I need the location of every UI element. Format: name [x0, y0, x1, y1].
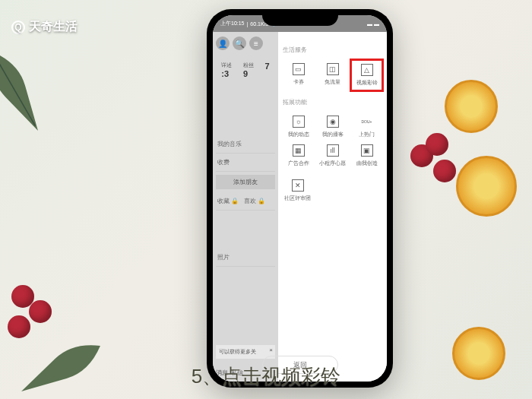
left-panel: 👤 🔍 ≡ 详述:3 粉丝9 7 我的音乐 收费 添加朋友 收藏 🔒 喜欢 🔒 … [213, 32, 278, 382]
menu-item-卡券[interactable]: ▭卡券 [283, 62, 314, 89]
avatar-icon[interactable]: 👤 [216, 36, 230, 50]
right-panel: 生活服务 ▭卡券◫免流量△视频彩铃 拓展功能 ☼我的动态◉我的播客DOU+上热门… [278, 32, 387, 382]
extend-section-title: 拓展功能 [283, 98, 382, 106]
close-icon[interactable]: × [269, 347, 273, 353]
menu-item-由我创造[interactable]: ▣由我创造 [351, 143, 382, 169]
menu-icon: ▭ [293, 63, 305, 75]
menu-icon: ◉ [327, 116, 339, 128]
menu-item-社区评审团[interactable]: ✕社区评审团 [283, 178, 312, 204]
phone-screen: 上午10:15 | 60.1K/s 🕐 ▬ ▬ 👤 🔍 ≡ 详述:3 粉丝9 7… [213, 15, 387, 382]
menu-icon: DOU+ [361, 116, 373, 128]
my-music[interactable]: 我的音乐 [216, 135, 275, 154]
menu-icon: ✕ [292, 179, 304, 192]
menu-icon: ıll [327, 144, 339, 157]
menu-item-我的播客[interactable]: ◉我的播客 [317, 114, 348, 140]
logo-icon: Q [11, 21, 25, 34]
photo-item[interactable]: 照片 [216, 249, 275, 267]
menu-item-视频彩铃[interactable]: △视频彩铃 [350, 59, 384, 92]
add-friend-button[interactable]: 添加朋友 [216, 175, 275, 189]
life-section-title: 生活服务 [283, 46, 382, 54]
menu-icon: ☼ [293, 116, 305, 128]
phone-frame: 上午10:15 | 60.1K/s 🕐 ▬ ▬ 👤 🔍 ≡ 详述:3 粉丝9 7… [207, 9, 393, 388]
menu-item-免流量[interactable]: ◫免流量 [317, 62, 348, 89]
menu-item-小程序心愿[interactable]: ıll小程序心愿 [317, 143, 348, 169]
watermark-logo: Q 天奇生活 [11, 19, 78, 35]
menu-item-上热门[interactable]: DOU+上热门 [351, 114, 382, 140]
phone-notch [262, 9, 338, 26]
menu-item-广告合作[interactable]: ▦广告合作 [283, 143, 314, 169]
menu-icon: ▦ [293, 144, 305, 157]
instruction-caption: 5、点击视频彩铃 [192, 363, 340, 390]
menu-item-我的动态[interactable]: ☼我的动态 [283, 114, 314, 140]
search-icon[interactable]: 🔍 [233, 36, 246, 50]
watermark-text: 天奇生活 [29, 19, 78, 35]
menu-icon: ▣ [361, 144, 373, 157]
status-icons: ▬ ▬ [367, 21, 379, 27]
menu-icon[interactable]: ≡ [249, 36, 263, 50]
status-time: 上午10:15 [220, 20, 245, 27]
menu-icon: △ [361, 64, 373, 76]
menu-icon: ◫ [327, 63, 339, 75]
